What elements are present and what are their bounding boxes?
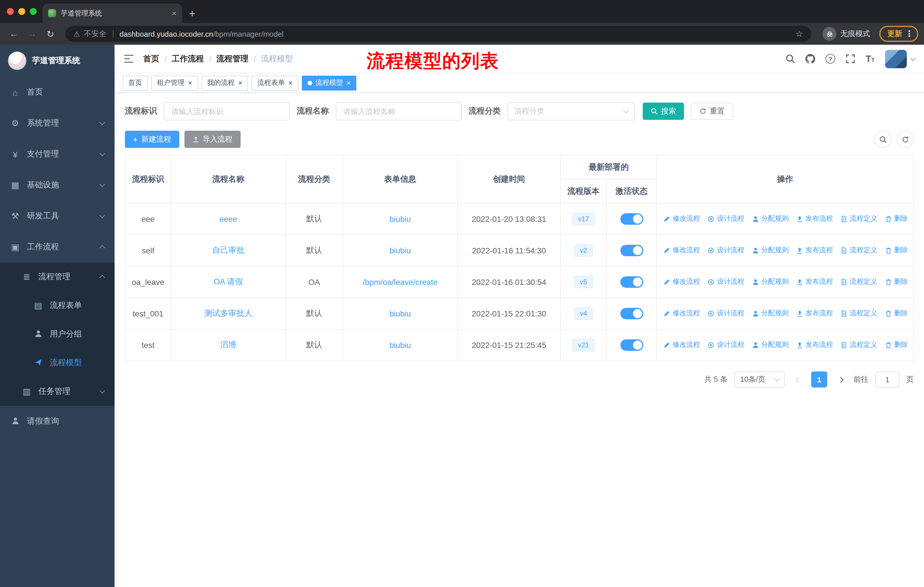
tag-my-process[interactable]: 我的流程 × bbox=[201, 75, 248, 90]
publish-process-link[interactable]: 发布流程 bbox=[796, 214, 833, 224]
process-name-link[interactable]: OA 请假 bbox=[214, 277, 243, 286]
delete-link[interactable]: 删除 bbox=[885, 309, 908, 318]
publish-process-link[interactable]: 发布流程 bbox=[796, 340, 833, 350]
sidebar-item-infrastructure[interactable]: ▦ 基础设施 bbox=[0, 170, 115, 201]
design-process-link[interactable]: 设计流程 bbox=[708, 309, 744, 318]
tag-home[interactable]: 首页 bbox=[122, 75, 148, 90]
sidebar-item-process-form[interactable]: ▤ 流程表单 bbox=[0, 291, 115, 320]
activation-toggle[interactable] bbox=[620, 276, 643, 288]
sidebar-item-process-model[interactable]: 流程模型 bbox=[0, 349, 115, 377]
user-menu[interactable] bbox=[885, 50, 915, 68]
window-close-button[interactable] bbox=[7, 8, 14, 15]
create-process-button[interactable]: + 新建流程 bbox=[125, 131, 179, 148]
process-name-link[interactable]: 自己审批 bbox=[212, 245, 244, 255]
process-definition-link[interactable]: 流程定义 bbox=[841, 309, 877, 318]
tag-close-icon[interactable]: × bbox=[188, 79, 192, 86]
search-button[interactable]: 搜索 bbox=[643, 103, 684, 120]
process-name-link[interactable]: 测试多审批人 bbox=[204, 308, 252, 317]
design-process-link[interactable]: 设计流程 bbox=[708, 214, 744, 224]
delete-link[interactable]: 删除 bbox=[885, 214, 908, 224]
edit-process-link[interactable]: 修改流程 bbox=[663, 214, 700, 224]
design-process-link[interactable]: 设计流程 bbox=[708, 340, 744, 350]
delete-link[interactable]: 删除 bbox=[885, 340, 908, 350]
hamburger-icon[interactable] bbox=[124, 55, 134, 63]
tag-close-icon[interactable]: × bbox=[346, 79, 351, 86]
import-process-button[interactable]: 导入流程 bbox=[185, 131, 241, 148]
process-definition-link[interactable]: 流程定义 bbox=[841, 246, 877, 255]
form-info-link[interactable]: biubiu bbox=[389, 246, 411, 255]
process-id-input[interactable] bbox=[164, 102, 290, 121]
assign-rule-link[interactable]: 分配规则 bbox=[752, 214, 789, 224]
update-button[interactable]: 更新 ⋮ bbox=[879, 26, 918, 42]
prev-page-button[interactable] bbox=[792, 377, 804, 382]
tab-close-icon[interactable]: × bbox=[172, 8, 177, 18]
reload-icon[interactable]: ↻ bbox=[42, 28, 58, 39]
page-size-select[interactable]: 10条/页 bbox=[734, 372, 785, 387]
font-size-icon[interactable]: TT bbox=[866, 54, 875, 64]
process-definition-link[interactable]: 流程定义 bbox=[841, 277, 877, 287]
activation-toggle[interactable] bbox=[620, 339, 643, 351]
publish-process-link[interactable]: 发布流程 bbox=[796, 277, 833, 287]
new-tab-button[interactable]: + bbox=[189, 7, 195, 20]
refresh-icon[interactable] bbox=[896, 131, 914, 148]
back-icon[interactable]: ← bbox=[6, 29, 22, 39]
sidebar-item-payment-management[interactable]: ¥ 支付管理 bbox=[0, 139, 115, 170]
page-number-button[interactable]: 1 bbox=[811, 372, 827, 387]
sidebar-item-leave-query[interactable]: 请假查询 bbox=[0, 406, 115, 437]
github-icon[interactable] bbox=[805, 54, 815, 64]
sidebar-item-system-management[interactable]: ⚙ 系统管理 bbox=[0, 108, 115, 139]
next-page-button[interactable] bbox=[834, 377, 846, 382]
process-definition-link[interactable]: 流程定义 bbox=[841, 214, 877, 224]
form-info-link[interactable]: biubiu bbox=[389, 214, 411, 223]
sidebar-item-process-management[interactable]: ≣ 流程管理 bbox=[0, 263, 115, 291]
tag-close-icon[interactable]: × bbox=[238, 79, 242, 86]
window-zoom-button[interactable] bbox=[30, 8, 37, 15]
browser-tab[interactable]: 芋道管理系统 × bbox=[42, 3, 182, 23]
tag-tenant-management[interactable]: 租户管理 × bbox=[151, 75, 198, 90]
publish-process-link[interactable]: 发布流程 bbox=[796, 309, 833, 318]
bookmark-star-icon[interactable]: ☆ bbox=[795, 29, 803, 39]
breadcrumb-item[interactable]: 流程管理 bbox=[216, 54, 249, 64]
more-options-icon[interactable]: ⋮ bbox=[905, 29, 914, 39]
forward-icon[interactable]: → bbox=[24, 29, 40, 39]
process-name-link[interactable]: 滔博 bbox=[220, 340, 236, 349]
goto-page-input[interactable] bbox=[875, 372, 899, 387]
sidebar-item-dev-tools[interactable]: ⚒ 研发工具 bbox=[0, 201, 115, 231]
edit-process-link[interactable]: 修改流程 bbox=[663, 309, 700, 318]
address-bar[interactable]: ⚠ 不安全 dashboard.yudao.iocoder.cn/bpm/man… bbox=[65, 26, 811, 42]
assign-rule-link[interactable]: 分配规则 bbox=[752, 277, 789, 287]
reset-button[interactable]: 重置 bbox=[691, 103, 733, 120]
delete-link[interactable]: 删除 bbox=[885, 246, 908, 255]
assign-rule-link[interactable]: 分配规则 bbox=[752, 340, 789, 350]
help-icon[interactable]: ? bbox=[825, 54, 835, 64]
edit-process-link[interactable]: 修改流程 bbox=[663, 277, 700, 287]
sidebar-item-task-management[interactable]: ▥ 任务管理 bbox=[0, 377, 115, 406]
form-info-link[interactable]: biubiu bbox=[389, 309, 411, 318]
delete-link[interactable]: 删除 bbox=[885, 277, 908, 287]
window-minimize-button[interactable] bbox=[18, 8, 25, 15]
process-name-link[interactable]: eeee bbox=[219, 214, 237, 223]
publish-process-link[interactable]: 发布流程 bbox=[796, 246, 833, 255]
activation-toggle[interactable] bbox=[620, 245, 643, 256]
sidebar-item-workflow[interactable]: ▣ 工作流程 bbox=[0, 231, 115, 263]
process-definition-link[interactable]: 流程定义 bbox=[841, 340, 877, 350]
breadcrumb-item[interactable]: 工作流程 bbox=[172, 54, 204, 64]
category-select[interactable]: 流程分类 bbox=[508, 102, 635, 121]
breadcrumb-item[interactable]: 首页 bbox=[143, 54, 159, 64]
toggle-search-icon[interactable] bbox=[874, 131, 891, 148]
tag-close-icon[interactable]: × bbox=[288, 79, 292, 86]
form-info-link[interactable]: /bpm/oa/leave/create bbox=[363, 278, 438, 287]
process-name-input[interactable] bbox=[336, 102, 462, 121]
search-icon[interactable] bbox=[785, 54, 795, 64]
activation-toggle[interactable] bbox=[620, 308, 643, 319]
design-process-link[interactable]: 设计流程 bbox=[708, 277, 744, 287]
edit-process-link[interactable]: 修改流程 bbox=[663, 340, 700, 350]
fullscreen-icon[interactable] bbox=[845, 54, 855, 64]
sidebar-item-home[interactable]: ⌂ 首页 bbox=[0, 77, 115, 108]
app-logo[interactable]: 芋道管理系统 bbox=[0, 45, 115, 77]
assign-rule-link[interactable]: 分配规则 bbox=[752, 246, 789, 255]
tag-process-form[interactable]: 流程表单 × bbox=[251, 75, 298, 90]
design-process-link[interactable]: 设计流程 bbox=[708, 246, 744, 255]
assign-rule-link[interactable]: 分配规则 bbox=[752, 309, 789, 318]
edit-process-link[interactable]: 修改流程 bbox=[663, 246, 700, 255]
